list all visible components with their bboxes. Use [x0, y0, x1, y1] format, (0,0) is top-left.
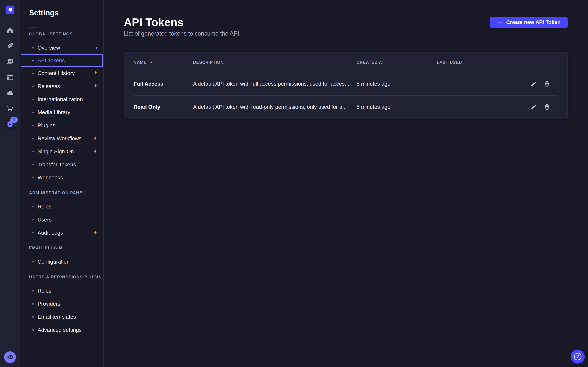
column-header-label: CREATED AT: [356, 60, 384, 65]
sidebar-item-label: Email templates: [38, 314, 76, 320]
token-description: A default API token with full access per…: [193, 81, 356, 87]
main-nav-rail: 1 KD: [0, 0, 20, 367]
avatar[interactable]: KD: [4, 351, 16, 363]
notification-badge: 1: [10, 117, 18, 123]
api-tokens-table-card: NAMEDESCRIPTIONCREATED ATLAST USED Full …: [124, 52, 568, 119]
sidebar-item-label: Providers: [38, 301, 60, 307]
sidebar-item-label: Releases: [38, 83, 60, 89]
sidebar-item-providers[interactable]: Providers: [20, 297, 104, 310]
bullet-icon: [32, 164, 34, 165]
bullet-icon: [32, 177, 34, 178]
edit-pencil-icon[interactable]: [530, 103, 537, 111]
subnav-title-divider: [29, 27, 38, 28]
bullet-icon: [32, 290, 34, 292]
lightning-icon: [93, 135, 98, 142]
bullet-icon: [32, 303, 34, 305]
create-api-token-button[interactable]: Create new API Token: [490, 17, 568, 28]
row-actions: [502, 103, 558, 111]
bullet-icon: [32, 72, 34, 74]
sidebar-item-review-workflows[interactable]: Review Workflows: [20, 132, 104, 145]
sidebar-item-label: Configuration: [38, 259, 69, 265]
content-feather-icon: [6, 42, 14, 50]
bullet-icon: [32, 112, 34, 113]
help-button[interactable]: ?: [571, 350, 585, 364]
rail-item-content-type-builder[interactable]: [0, 69, 20, 85]
sidebar-item-email-templates[interactable]: Email templates: [20, 310, 104, 324]
strapi-logo[interactable]: [6, 6, 14, 14]
rail-item-cloud[interactable]: [0, 85, 20, 101]
sidebar-item-overview[interactable]: Overview: [20, 41, 104, 54]
rail-nav-icons: 1: [0, 23, 20, 132]
sidebar-item-label: Overview: [38, 45, 60, 51]
bullet-icon: [32, 219, 34, 221]
rail-item-media-library[interactable]: [0, 54, 20, 69]
column-header-created-at: CREATED AT: [356, 60, 437, 65]
sidebar-item-label: Single Sign-On: [38, 149, 74, 155]
cloud-icon: [6, 89, 14, 97]
token-name: Read Only: [134, 104, 193, 110]
sidebar-item-label: Review Workflows: [38, 135, 81, 142]
lightning-icon: [93, 70, 98, 76]
rail-item-content-feather[interactable]: [0, 38, 20, 54]
sidebar-item-api-tokens[interactable]: API Tokens: [21, 54, 103, 67]
table-row[interactable]: Full AccessA default API token with full…: [124, 72, 567, 95]
subnav-section-header: ADMINISTRATION PANEL: [20, 190, 104, 195]
sidebar-item-label: Media Library: [38, 109, 70, 116]
subnav-section-header: USERS & PERMISSIONS PLUGIN: [20, 275, 104, 279]
sidebar-item-label: Users: [38, 217, 52, 223]
sidebar-item-plugins[interactable]: Plugins: [20, 119, 104, 132]
create-button-label: Create new API Token: [506, 19, 561, 25]
sidebar-item-webhooks[interactable]: Webhooks: [20, 171, 104, 184]
token-description: A default API token with read-only permi…: [193, 104, 356, 110]
delete-trash-icon[interactable]: [543, 103, 551, 111]
sidebar-item-configuration[interactable]: Configuration: [20, 255, 104, 268]
home-icon: [6, 27, 14, 34]
sidebar-item-single-sign-on[interactable]: Single Sign-On: [20, 145, 104, 158]
plus-icon: [497, 19, 503, 25]
sidebar-item-roles[interactable]: Roles: [20, 200, 104, 213]
sidebar-item-label: Webhooks: [38, 175, 63, 181]
settings-subnav: Settings GLOBAL SETTINGSOverviewAPI Toke…: [20, 0, 104, 367]
subnav-title: Settings: [20, 8, 104, 17]
sidebar-item-label: Roles: [38, 288, 51, 294]
bullet-icon: [32, 47, 34, 49]
sidebar-item-label: Roles: [38, 204, 51, 210]
lightning-icon: [93, 149, 98, 155]
sidebar-item-media-library[interactable]: Media Library: [20, 106, 104, 119]
sidebar-item-advanced-settings[interactable]: Advanced settings: [20, 324, 104, 336]
question-mark-icon: ?: [574, 353, 581, 360]
column-header-label: NAME: [134, 60, 147, 65]
sidebar-item-audit-logs[interactable]: Audit Logs: [20, 226, 104, 239]
rail-item-marketplace-cart[interactable]: [0, 101, 20, 117]
sidebar-item-users[interactable]: Users: [20, 213, 104, 226]
rail-item-home[interactable]: [0, 23, 20, 38]
sidebar-item-releases[interactable]: Releases: [20, 80, 104, 93]
column-header-last-used: LAST USED: [437, 60, 502, 65]
page-subtitle: List of generated tokens to consume the …: [124, 30, 568, 37]
sidebar-item-roles[interactable]: Roles: [20, 284, 104, 297]
page-header: API Tokens Create new API Token: [124, 16, 568, 29]
column-header-label: LAST USED: [437, 60, 462, 65]
column-header-description: DESCRIPTION: [193, 60, 356, 65]
column-header-name[interactable]: NAME: [134, 60, 193, 65]
delete-trash-icon[interactable]: [543, 80, 551, 88]
bullet-icon: [32, 138, 34, 139]
logo-block: [0, 0, 20, 20]
sidebar-item-internationalization[interactable]: Internationalization: [20, 93, 104, 106]
bullet-icon: [32, 60, 34, 61]
rail-item-settings-gear[interactable]: 1: [0, 117, 20, 132]
sort-ascending-icon: [150, 60, 154, 64]
bullet-icon: [32, 329, 34, 331]
bullet-icon: [32, 316, 34, 318]
sidebar-item-label: Internationalization: [38, 96, 83, 102]
row-actions: [502, 80, 558, 88]
media-library-icon: [6, 58, 14, 65]
lightning-icon: [93, 83, 98, 89]
main-content: API Tokens Create new API Token List of …: [104, 0, 588, 367]
sidebar-item-transfer-tokens[interactable]: Transfer Tokens: [20, 158, 104, 171]
notification-dot-icon: [95, 47, 97, 49]
sidebar-item-content-history[interactable]: Content History: [20, 67, 104, 80]
table-row[interactable]: Read OnlyA default API token with read-o…: [124, 95, 567, 119]
edit-pencil-icon[interactable]: [530, 80, 537, 88]
bullet-icon: [32, 261, 34, 263]
